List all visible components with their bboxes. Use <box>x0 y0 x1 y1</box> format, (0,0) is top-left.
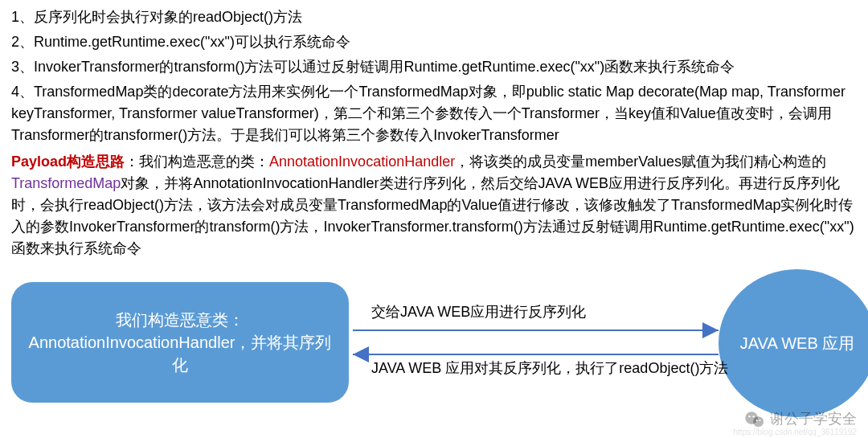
svg-point-2 <box>748 415 750 416</box>
payload-seg3: 对象，并将AnnotationInvocationHandler类进行序列化，然… <box>11 175 854 256</box>
payload-tmap: TransformedMap <box>11 175 121 191</box>
svg-point-1 <box>753 416 764 427</box>
svg-point-3 <box>753 415 755 416</box>
payload-seg2: ，将该类的成员变量memberValues赋值为我们精心构造的 <box>455 154 826 170</box>
payload-paragraph: Payload构造思路：我们构造恶意的类：AnnotationInvocatio… <box>11 151 857 260</box>
arrows-svg <box>11 266 868 427</box>
arrow-top-label: 交给JAVA WEB应用进行反序列化 <box>371 301 741 323</box>
point-2: 2、Runtime.getRuntime.exec("xx")可以执行系统命令 <box>11 31 857 53</box>
payload-aih: AnnotationInvocationHandler <box>269 154 455 170</box>
arrow-bottom-label: JAVA WEB 应用对其反序列化，执行了readObject()方法 <box>371 359 741 378</box>
point-4: 4、TransformedMap类的decorate方法用来实例化一个Trans… <box>11 81 857 146</box>
svg-point-4 <box>756 420 758 421</box>
point-3: 3、InvokerTransformer的transform()方法可以通过反射… <box>11 56 857 78</box>
source-link: https://blog.csdn.net/qq_36119192 <box>734 426 857 438</box>
payload-seg1: ：我们构造恶意的类： <box>125 154 269 170</box>
svg-point-5 <box>760 420 761 421</box>
diagram-container: 我们构造恶意类：AnnotationInvocationHandler，并将其序… <box>11 266 857 419</box>
payload-label: Payload构造思路 <box>11 154 125 170</box>
point-1: 1、反序列化时会执行对象的readObject()方法 <box>11 6 857 28</box>
